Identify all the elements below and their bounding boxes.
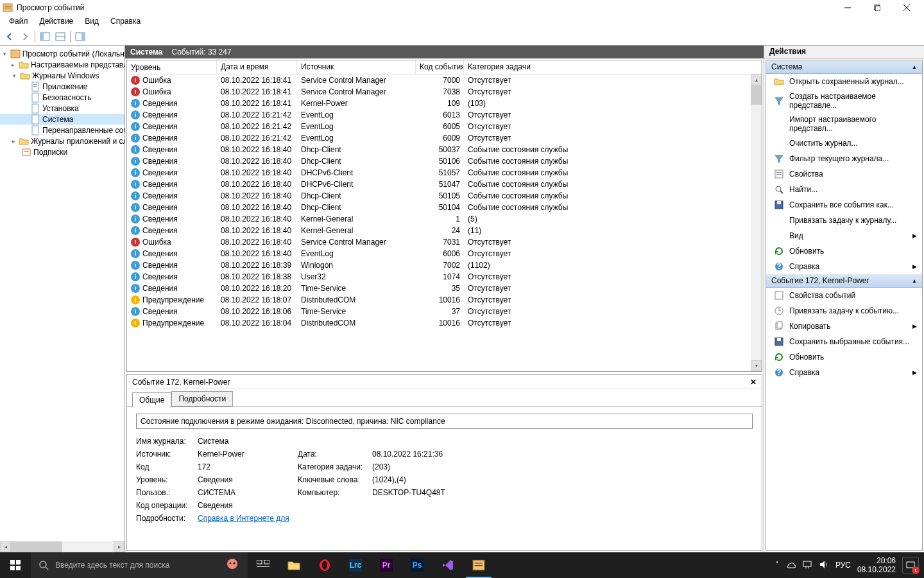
column-source[interactable]: Источник: [297, 60, 416, 74]
expand-icon[interactable]: ▸: [10, 138, 17, 144]
tray-clock[interactable]: 20:06 08.10.2022: [857, 556, 896, 575]
expand-icon[interactable]: ▸: [10, 62, 17, 68]
tray-onedrive-icon[interactable]: [785, 561, 796, 570]
event-row[interactable]: !Ошибка08.10.2022 16:18:40Service Contro…: [127, 236, 762, 248]
scroll-down-arrow[interactable]: ▾: [751, 360, 762, 371]
action-import-custom-view[interactable]: Импорт настраиваемого представл...: [766, 112, 922, 136]
vertical-scrollbar[interactable]: ▴ ▾: [751, 74, 762, 371]
tree-system[interactable]: Система: [0, 114, 124, 125]
action-save-all-events[interactable]: Сохранить все события как...: [766, 197, 922, 213]
event-row[interactable]: !Предупреждение08.10.2022 16:18:04Distri…: [127, 317, 762, 329]
tray-chevron-icon[interactable]: ˄: [775, 561, 779, 570]
event-row[interactable]: iСведения08.10.2022 16:18:40Dhcp-Client5…: [127, 202, 762, 213]
task-view-button[interactable]: [248, 552, 278, 578]
action-attach-task[interactable]: Привязать задачу к журналу...: [766, 213, 922, 228]
action-event-properties[interactable]: Свойства событий: [766, 288, 922, 303]
event-row[interactable]: iСведения08.10.2022 16:18:40Dhcp-Client5…: [127, 190, 762, 202]
tab-general[interactable]: Общие: [132, 392, 171, 407]
action-create-custom-view[interactable]: Создать настраиваемое представле...: [766, 89, 922, 112]
toolbar-back-button[interactable]: [3, 30, 17, 44]
start-button[interactable]: [0, 552, 31, 578]
event-row[interactable]: iСведения08.10.2022 16:18:40EventLog6006…: [127, 248, 762, 259]
event-row[interactable]: iСведения08.10.2022 16:18:40Dhcp-Client5…: [127, 144, 762, 155]
event-row[interactable]: iСведения08.10.2022 16:18:20Time-Service…: [127, 283, 762, 294]
action-properties[interactable]: Свойства: [766, 166, 922, 182]
event-row[interactable]: iСведения08.10.2022 16:21:42EventLog6013…: [127, 109, 762, 121]
action-view-submenu[interactable]: Вид▶: [766, 228, 922, 243]
toolbar-show-hide-tree-button[interactable]: [38, 30, 52, 44]
event-row[interactable]: iСведения08.10.2022 16:18:39Winlogon7002…: [127, 259, 762, 271]
action-attach-task-to-event[interactable]: Привязать задачу к событию...: [766, 303, 922, 319]
task-opera-icon[interactable]: [309, 552, 340, 578]
event-row[interactable]: !Предупреждение08.10.2022 16:18:07Distri…: [127, 294, 762, 306]
actions-section-system[interactable]: Система ▲: [766, 60, 922, 74]
column-level[interactable]: Уровень: [127, 60, 217, 74]
event-row[interactable]: !Ошибка08.10.2022 16:18:41Service Contro…: [127, 86, 762, 98]
horizontal-scrollbar[interactable]: ◂ ▸: [0, 541, 124, 552]
task-premiere-icon[interactable]: Pr: [371, 552, 402, 578]
minimize-button[interactable]: [833, 0, 862, 15]
event-row[interactable]: iСведения08.10.2022 16:18:40Kernel-Gener…: [127, 213, 762, 225]
task-photoshop-icon[interactable]: Ps: [402, 552, 432, 578]
action-clear-log[interactable]: Очистить журнал...: [766, 136, 922, 151]
action-filter-log[interactable]: Фильтр текущего журнала...: [766, 151, 922, 166]
task-eventviewer-icon[interactable]: [463, 552, 494, 578]
column-task[interactable]: Категория задачи: [464, 60, 762, 74]
task-explorer-icon[interactable]: [278, 552, 309, 578]
tree-app-services[interactable]: ▸ Журналы приложений и служб: [0, 136, 124, 146]
column-datetime[interactable]: Дата и время: [217, 60, 297, 74]
toolbar-properties-button[interactable]: [53, 30, 67, 44]
tree-setup[interactable]: Установка: [0, 103, 124, 114]
tree-forwarded[interactable]: Перенаправленные события: [0, 125, 124, 136]
action-open-saved-log[interactable]: Открыть сохраненный журнал...: [766, 74, 922, 89]
event-row[interactable]: !Ошибка08.10.2022 16:18:41Service Contro…: [127, 74, 762, 86]
collapse-icon[interactable]: ▲: [912, 278, 917, 284]
action-help-event-submenu[interactable]: ?Справка▶: [766, 365, 922, 380]
menu-file[interactable]: Файл: [4, 15, 33, 27]
tree-windows-logs[interactable]: ▾ Журналы Windows: [0, 70, 124, 81]
scroll-thumb[interactable]: [751, 85, 762, 105]
collapse-icon[interactable]: ▾: [10, 73, 18, 79]
tree-custom-views[interactable]: ▸ Настраиваемые представления: [0, 59, 124, 70]
tray-volume-icon[interactable]: [819, 560, 829, 571]
event-row[interactable]: iСведения08.10.2022 16:18:38User321074От…: [127, 271, 762, 283]
action-find[interactable]: Найти...: [766, 182, 922, 197]
collapse-icon[interactable]: ▾: [1, 51, 8, 57]
close-button[interactable]: [892, 0, 921, 15]
tree-application[interactable]: Приложение: [0, 81, 124, 92]
tray-language[interactable]: РУС: [835, 561, 851, 570]
event-row[interactable]: iСведения08.10.2022 16:18:40Kernel-Gener…: [127, 225, 762, 236]
event-row[interactable]: iСведения08.10.2022 16:18:40DHCPv6-Clien…: [127, 179, 762, 190]
event-row[interactable]: iСведения08.10.2022 16:18:40Dhcp-Client5…: [127, 155, 762, 167]
task-lightroom-icon[interactable]: Lrc: [340, 552, 371, 578]
action-save-selected[interactable]: Сохранить выбранные события...: [766, 334, 922, 349]
action-help-submenu[interactable]: ?Справка▶: [766, 259, 922, 274]
actions-section-event[interactable]: Событие 172, Kernel-Power ▲: [766, 274, 922, 288]
scroll-right-arrow[interactable]: ▸: [114, 541, 124, 552]
menu-action[interactable]: Действие: [35, 15, 79, 27]
event-row[interactable]: iСведения08.10.2022 16:21:42EventLog6009…: [127, 132, 762, 144]
action-copy-submenu[interactable]: Копировать▶: [766, 319, 922, 334]
toolbar-forward-button[interactable]: [18, 30, 32, 44]
tree-security[interactable]: Безопасность: [0, 92, 124, 103]
action-refresh[interactable]: Обновить: [766, 243, 922, 259]
collapse-icon[interactable]: ▲: [912, 64, 917, 70]
toolbar-help-button[interactable]: [73, 30, 87, 44]
tree-root[interactable]: ▾ Просмотр событий (Локальный): [0, 48, 124, 59]
scroll-thumb[interactable]: [11, 541, 62, 552]
maximize-button[interactable]: [862, 0, 892, 15]
action-refresh-event[interactable]: Обновить: [766, 349, 922, 365]
tray-network-icon[interactable]: [802, 560, 812, 571]
detail-close-button[interactable]: ✕: [750, 378, 757, 387]
event-row[interactable]: iСведения08.10.2022 16:18:06Time-Service…: [127, 306, 762, 317]
link-online-help[interactable]: Справка в Интернете для: [198, 514, 501, 523]
task-octopus-icon[interactable]: [217, 552, 248, 578]
taskbar-search[interactable]: Введите здесь текст для поиска: [31, 552, 217, 578]
task-visualstudio-icon[interactable]: [432, 552, 463, 578]
event-row[interactable]: iСведения08.10.2022 16:18:41Kernel-Power…: [127, 98, 762, 109]
column-eventid[interactable]: Код события: [416, 60, 464, 74]
event-row[interactable]: iСведения08.10.2022 16:21:42EventLog6005…: [127, 121, 762, 132]
tree-subscriptions[interactable]: Подписки: [0, 146, 124, 157]
menu-help[interactable]: Справка: [105, 15, 146, 27]
tray-notifications-button[interactable]: 1: [902, 557, 919, 574]
